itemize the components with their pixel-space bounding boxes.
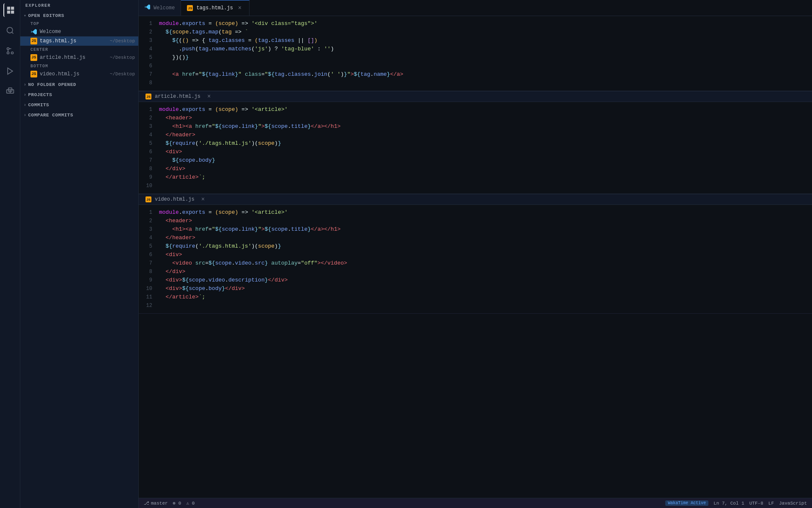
line-code: <header> (159, 114, 812, 122)
section-center: CENTER (20, 46, 138, 53)
code-lines-article: 1 module.exports = (scope) => '<article>… (139, 102, 812, 193)
svg-marker-7 (8, 68, 13, 75)
chevron-right-icon: › (24, 83, 27, 87)
line-number: 10 (139, 284, 159, 293)
sidebar-item-tags[interactable]: JS tags.html.js ~/Desktop (20, 36, 138, 46)
code-line: 7 ${scope.body} (139, 156, 812, 165)
projects-header[interactable]: › PROJECTS (20, 91, 138, 99)
line-code: .push(tag.name.matches('js') ? 'tag-blue… (159, 45, 812, 53)
commits-section: › COMMITS (20, 101, 138, 109)
article-close-button[interactable]: × (207, 93, 211, 100)
tab-bar: Welcome JS tags.html.js × (139, 0, 812, 16)
status-bar: ⎇ master ⊗ 0 ⚠ 0 WakaTime Active Ln 7, C… (139, 498, 812, 508)
line-number: 7 (139, 70, 159, 79)
video-file-header: JS video.html.js × (139, 194, 812, 205)
sidebar-title: EXPLORER (20, 0, 138, 11)
vscode-logo-icon (30, 28, 37, 35)
code-line: 8 </div> (139, 165, 812, 173)
section-bottom: BOTTOM (20, 62, 138, 69)
open-editors-header[interactable]: ▾ OPEN EDITORS (20, 11, 138, 20)
article-file-label: article.html.js (40, 55, 107, 61)
line-number: 12 (139, 301, 159, 310)
article-filename: article.html.js (155, 94, 200, 99)
line-code: module.exports = (scope) => '<article>' (159, 105, 812, 114)
line-code: module.exports = (scope) => '<article>' (159, 208, 812, 217)
line-number: 4 (139, 131, 159, 139)
svg-point-0 (7, 28, 12, 33)
line-number: 3 (139, 225, 159, 234)
tab-close-button[interactable]: × (236, 5, 243, 11)
encoding-status: UTF-8 (749, 501, 763, 506)
video-close-button[interactable]: × (201, 196, 205, 203)
tab-tags-label: tags.html.js (196, 5, 233, 11)
code-line: 10 <div>${scope.body}</div> (139, 284, 812, 293)
code-line: 5 ${require('./tags.html.js')(scope)} (139, 242, 812, 251)
line-code: <div>${scope.body}</div> (159, 284, 812, 293)
tab-tags[interactable]: JS tags.html.js × (181, 0, 249, 16)
line-code: </header> (159, 131, 812, 139)
line-number: 9 (139, 276, 159, 284)
compare-commits-header[interactable]: › COMPARE COMMITS (20, 111, 138, 119)
line-code: </article>`; (159, 293, 812, 301)
tags-file-path: ~/Desktop (110, 39, 135, 44)
open-editors-label: OPEN EDITORS (28, 13, 64, 18)
activity-bar (0, 0, 20, 508)
no-folder-label: NO FOLDER OPENED (28, 82, 77, 87)
code-line: 10 (139, 182, 812, 190)
no-folder-header[interactable]: › NO FOLDER OPENED (20, 80, 138, 89)
code-line: 9 <div>${scope.video.description}</div> (139, 276, 812, 284)
branch-icon: ⎇ (144, 500, 149, 506)
open-editors-section: ▾ OPEN EDITORS TOP Welcome JS tags.html.… (20, 11, 138, 79)
code-block-tags: 1 module.exports = (scope) => '<div clas… (139, 16, 812, 91)
line-code: </div> (159, 268, 812, 276)
line-number: 4 (139, 45, 159, 53)
code-line: 6 (139, 62, 812, 70)
tab-welcome[interactable]: Welcome (139, 0, 181, 16)
code-line: 2 ${scope.tags.map(tag => ` (139, 28, 812, 36)
code-block-article: JS article.html.js × 1 module.exports = … (139, 91, 812, 194)
line-code: <h1><a href="${scope.link}">${scope.titl… (159, 225, 812, 234)
svg-point-3 (7, 48, 9, 50)
line-number: 2 (139, 114, 159, 122)
sidebar-item-article[interactable]: JS article.html.js ~/Desktop (20, 53, 138, 62)
code-line: 1 module.exports = (scope) => '<article>… (139, 105, 812, 114)
tab-tags-icon: JS (187, 5, 193, 11)
line-number: 2 (139, 28, 159, 36)
line-code: ${require('./tags.html.js')(scope)} (159, 139, 812, 148)
section-top: TOP (20, 20, 138, 27)
git-branch-status[interactable]: ⎇ master (144, 500, 168, 506)
line-number: 9 (139, 173, 159, 182)
extensions-activity-icon[interactable] (3, 85, 17, 98)
explorer-activity-icon[interactable] (3, 3, 17, 17)
line-code: <div> (159, 251, 812, 259)
code-line: 6 <div> (139, 148, 812, 156)
line-number: 8 (139, 268, 159, 276)
warnings-status: ⚠ 0 (186, 500, 195, 506)
debug-activity-icon[interactable] (3, 64, 17, 78)
line-number: 1 (139, 208, 159, 217)
line-code: <div> (159, 148, 812, 156)
code-line: 2 <header> (139, 114, 812, 122)
branch-name: master (151, 501, 168, 506)
chevron-right-icon-2: › (24, 93, 27, 97)
sidebar-item-welcome[interactable]: Welcome (20, 27, 138, 36)
line-number: 5 (139, 53, 159, 62)
code-container[interactable]: 1 module.exports = (scope) => '<div clas… (139, 16, 812, 498)
git-activity-icon[interactable] (3, 44, 17, 58)
line-code: <header> (159, 217, 812, 225)
welcome-tab-icon (145, 4, 150, 11)
line-code: </article>`; (159, 173, 812, 182)
line-number: 6 (139, 62, 159, 70)
js-file-icon-3: JS (30, 71, 37, 77)
sidebar-item-video[interactable]: JS video.html.js ~/Desktop (20, 69, 138, 79)
line-ending-status: LF (768, 501, 774, 506)
line-number: 6 (139, 251, 159, 259)
line-number: 8 (139, 165, 159, 173)
welcome-tab-label: Welcome (40, 29, 135, 35)
line-number: 7 (139, 156, 159, 165)
search-activity-icon[interactable] (3, 24, 17, 37)
status-right: WakaTime Active Ln 7, Col 1 UTF-8 LF Jav… (665, 500, 807, 506)
commits-label: COMMITS (28, 102, 49, 108)
code-line: 3 <h1><a href="${scope.link}">${scope.ti… (139, 225, 812, 234)
commits-header[interactable]: › COMMITS (20, 101, 138, 109)
